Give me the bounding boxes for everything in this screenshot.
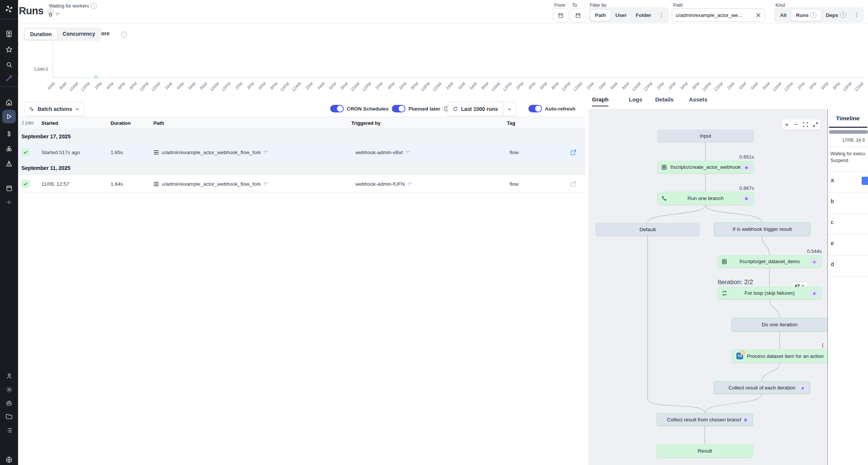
last-runs-select[interactable]: Last 1000 runs [448,102,516,116]
zoom-out-icon[interactable]: − [794,121,798,129]
node-process-dataset-item[interactable]: TS Process dataset item for an action [731,349,827,363]
run-triggered-by[interactable]: webhook-admin-fUFN [355,175,412,192]
sidebar-item-users[interactable] [0,369,18,383]
from-date-button[interactable] [553,8,569,23]
filter-more-menu[interactable]: ⋮ [656,12,668,18]
info-icon[interactable] [91,3,97,9]
kind-tab-deps[interactable]: Deps [821,9,851,21]
node-branch-default[interactable]: Default [596,223,700,236]
tab-details[interactable]: Details [655,96,674,103]
sidebar-item-runs[interactable] [2,110,16,123]
filter-plus-icon[interactable] [263,182,268,186]
sidebar-item-folders[interactable] [0,410,18,423]
batch-actions-button[interactable]: Batch actions [24,102,84,116]
loop-icon [722,291,727,295]
sidebar-item-variables[interactable] [0,127,18,141]
filter-plus-icon[interactable] [263,150,268,155]
run-path[interactable]: u/admin/example_actor_webhook_flow_fork [153,144,268,161]
sidebar-item-favorites[interactable] [0,43,18,56]
timeline-row[interactable]: e [828,235,868,256]
sidebar-item-queue[interactable] [0,423,18,437]
node-create-actor-webhook[interactable]: f/scripts/create_actor_webhook a [657,161,754,173]
node-timing: 0.544s [777,248,822,254]
to-date-button[interactable] [570,8,586,23]
filter-tab-folder[interactable]: Folder [631,10,656,21]
col-duration[interactable]: Duration [111,117,131,129]
windmill-logo-icon[interactable] [0,2,18,16]
node-branch-if-webhook[interactable]: If is webhook trigger result [714,222,810,236]
sidebar-item-resources[interactable] [0,142,18,156]
run-started: Started 517s ago [41,144,80,161]
expand-icon[interactable] [813,122,818,127]
sidebar-item-ai[interactable] [0,71,18,85]
node-run-one-branch[interactable]: Run one branch b [657,192,754,205]
planned-later-toggle[interactable]: Planned later [392,105,449,112]
sidebar-item-settings[interactable] [0,383,18,396]
filter-plus-icon[interactable] [55,12,60,17]
node-collect-each-iteration[interactable]: Collect result of each iteration e [714,381,810,394]
toggle-switch[interactable] [330,105,344,112]
filter-plus-icon[interactable] [407,182,412,186]
filter-plus-icon[interactable] [405,150,410,155]
tab-concurrency[interactable]: Concurrency [58,29,100,40]
clear-icon[interactable] [756,13,761,18]
date-group-header: September 17, 2025 [18,129,585,144]
sidebar-item-workers[interactable] [0,396,18,410]
run-row[interactable]: Started 517s ago 1.65s u/admin/example_a… [18,144,585,161]
run-triggered-by[interactable]: webhook-admin-vBxt [355,144,410,161]
toggle-switch[interactable] [392,105,405,112]
sidebar-item-search[interactable] [0,58,18,71]
timeline-scrollbar[interactable] [829,130,868,134]
last-runs-main[interactable]: Last 1000 runs [448,106,503,112]
filter-tab-path[interactable]: Path [590,9,611,21]
last-runs-chevron[interactable] [503,107,516,111]
col-triggered-by[interactable]: Triggered by [351,117,381,129]
sidebar-item-schedules[interactable] [0,181,18,195]
node-collect-chosen-branch[interactable]: Collect result from chosen branch b [657,413,753,426]
node-input[interactable]: Input [657,130,754,142]
kind-tab-all[interactable]: All [775,10,791,21]
col-tag[interactable]: Tag [507,117,515,129]
tab-assets[interactable]: Assets [689,96,707,103]
timeline-row[interactable]: b [828,192,868,214]
zoom-in-icon[interactable]: + [785,121,789,129]
auto-refresh-label: Auto-refresh [545,106,575,112]
filter-tab-user[interactable]: User [611,10,631,21]
timeline-row[interactable]: d [828,256,868,277]
tab-logs[interactable]: Logs [629,96,642,103]
timeline-bar[interactable] [862,177,868,185]
kind-tab-runs[interactable]: Runs [791,9,821,21]
node-get-dataset-items[interactable]: f/scripts/get_dataset_items c [718,255,822,268]
sidebar-item-home[interactable] [0,95,18,109]
calendar-icon [558,12,564,18]
cron-schedules-toggle[interactable]: CRON Schedules [330,105,397,112]
fit-view-icon[interactable] [803,122,808,127]
sidebar-item-add[interactable] [0,195,18,209]
run-row[interactable]: 11/09, 12:57 1.64s u/admin/example_actor… [18,175,585,192]
toggle-switch[interactable] [528,105,542,112]
flow-icon [153,182,159,186]
search-icon [6,61,13,68]
chart-data-point[interactable] [94,75,98,79]
tab-duration[interactable]: Duration [24,29,58,40]
open-run-link[interactable] [570,144,577,161]
sidebar-item-globe[interactable] [0,453,18,465]
col-started[interactable]: Started [41,117,58,129]
sidebar-item-triggers[interactable] [0,157,18,171]
info-icon[interactable] [121,32,127,38]
path-input[interactable]: u/admin/example_actor_we... [672,8,765,22]
open-run-link[interactable] [570,175,577,192]
node-do-one-iteration[interactable]: Do one iteration [731,318,827,332]
timeline-row[interactable]: c [828,214,868,235]
run-path[interactable]: u/admin/example_actor_webhook_flow_fork [153,175,268,192]
flow-graph-canvas[interactable]: + − Input 0.651s f/scripts/create_actor_… [589,109,827,465]
sidebar-item-workspace[interactable] [0,27,18,41]
node-result[interactable]: Result [657,444,753,457]
timeline-row[interactable]: a [828,171,868,192]
auto-refresh-toggle[interactable]: Auto-refresh [528,105,575,112]
timeline-title[interactable]: Timeline [836,115,860,122]
tab-graph[interactable]: Graph [592,96,609,106]
kind-more-menu[interactable]: ⋮ [851,12,862,18]
col-path[interactable]: Path [153,117,164,129]
node-for-loop[interactable]: For loop (skip failures) e [718,287,822,299]
